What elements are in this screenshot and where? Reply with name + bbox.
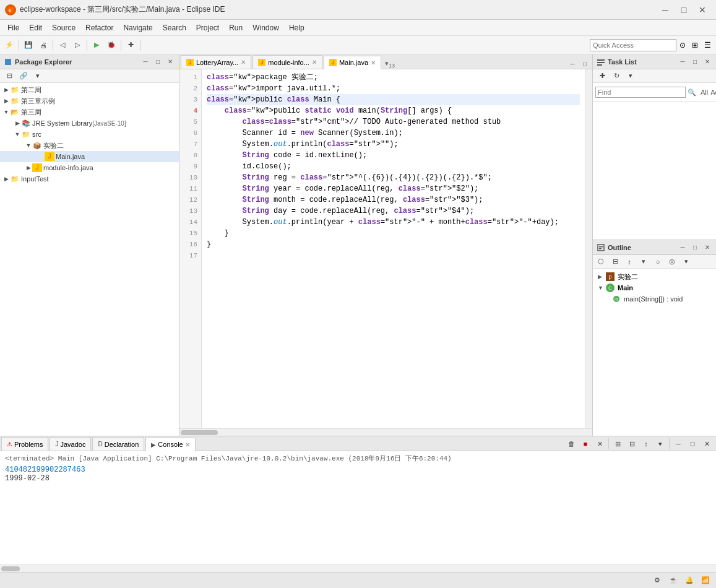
outline-item-main-method[interactable]: m main(String[]) : void — [595, 293, 714, 305]
console-remove-btn[interactable]: ✕ — [593, 437, 606, 451]
tab-overflow-btn[interactable]: ▾13 — [381, 59, 399, 69]
console-clear-btn[interactable]: 🗑 — [564, 437, 578, 451]
outline-btn4[interactable]: ▾ — [637, 255, 650, 269]
statusbar-icon2[interactable]: ☕ — [668, 575, 679, 586]
tree-item-lab2[interactable]: ▼ 📦 实验二 — [0, 140, 179, 151]
statusbar-icon1[interactable]: ⚙ — [652, 575, 663, 586]
outline-close[interactable]: ✕ — [702, 243, 712, 253]
maximize-button[interactable]: □ — [675, 3, 692, 17]
editor-tab-main[interactable]: J Main.java ✕ — [324, 56, 381, 69]
editor-scrollbar[interactable] — [585, 69, 592, 428]
menu-item-window[interactable]: Window — [248, 21, 284, 35]
task-list-maximize[interactable]: □ — [690, 57, 700, 67]
toolbar-btn-new[interactable]: ✚ — [124, 38, 137, 52]
outline-btn6[interactable]: ◎ — [665, 255, 679, 269]
tab-declaration[interactable]: D Declaration — [92, 437, 144, 451]
menu-item-help[interactable]: Help — [284, 21, 309, 35]
toolbar-btn-fwd[interactable]: ▷ — [71, 38, 84, 52]
package-explorer-close[interactable]: ✕ — [165, 57, 175, 67]
tab-problems[interactable]: ⚠ Problems — [1, 437, 48, 451]
console-btn9[interactable]: □ — [686, 437, 699, 451]
task-refresh-btn[interactable]: ↻ — [610, 69, 623, 83]
window-controls[interactable]: ─ □ ✕ — [657, 3, 711, 17]
tree-item-module-info[interactable]: ▶ J module-info.java — [0, 162, 179, 173]
outline-maximize[interactable]: □ — [690, 243, 700, 253]
quick-access-input[interactable] — [590, 39, 676, 51]
quick-access-icon[interactable]: ⊙ — [676, 39, 689, 51]
link-editor-btn[interactable]: 🔗 — [17, 69, 30, 83]
tree-item-week2[interactable]: ▶ 📁 第二周 — [0, 84, 179, 95]
menu-item-refactor[interactable]: Refactor — [80, 21, 118, 35]
console-btn10[interactable]: ✕ — [700, 437, 714, 451]
tab-close-main[interactable]: ✕ — [371, 59, 376, 66]
tab-javadoc[interactable]: J Javadoc — [50, 437, 91, 451]
statusbar-icon4[interactable]: 📶 — [700, 575, 711, 586]
task-find-input[interactable] — [595, 87, 686, 98]
tab-console[interactable]: ▶ Console ✕ — [145, 438, 195, 451]
editor-minimize-btn[interactable]: ─ — [567, 59, 577, 69]
perspective-icon[interactable]: ⊞ — [689, 39, 701, 51]
minimize-button[interactable]: ─ — [657, 3, 674, 17]
task-list-minimize[interactable]: ─ — [678, 57, 688, 67]
tab-close-moduleinfo[interactable]: ✕ — [312, 59, 317, 66]
console-btn4[interactable]: ⊞ — [611, 437, 624, 451]
task-find-btn[interactable]: 🔍 — [687, 85, 697, 99]
close-button[interactable]: ✕ — [694, 3, 711, 17]
outline-btn3[interactable]: ↕ — [623, 255, 636, 269]
console-hscroll[interactable] — [0, 564, 716, 572]
collapse-all-btn[interactable]: ⊟ — [2, 69, 16, 83]
console-btn5[interactable]: ⊟ — [625, 437, 639, 451]
outline-item-package[interactable]: ▶ p 实验二 — [595, 271, 714, 282]
menu-item-edit[interactable]: Edit — [24, 21, 47, 35]
pe-menu-btn[interactable]: ▾ — [31, 69, 45, 83]
toolbar-btn-print[interactable]: 🖨 — [37, 38, 50, 52]
view-icon[interactable]: ☰ — [701, 39, 714, 51]
toolbar-btn-debug[interactable]: 🐞 — [105, 38, 118, 52]
editor-tab-moduleinfo[interactable]: J module-info... ✕ — [252, 55, 322, 69]
menu-item-navigate[interactable]: Navigate — [118, 21, 157, 35]
console-hscroll-thumb[interactable] — [1, 566, 20, 571]
editor-hscroll-thumb[interactable] — [181, 430, 218, 435]
package-explorer-minimize[interactable]: ─ — [140, 57, 150, 67]
package-explorer-maximize[interactable]: □ — [153, 57, 163, 67]
tree-item-main-java[interactable]: J Main.java — [0, 151, 179, 162]
task-filter-activ[interactable]: Activ... — [710, 89, 716, 96]
tree-item-inputtest[interactable]: ▶ 📁 InputTest — [0, 173, 179, 184]
tree-item-src[interactable]: ▼ 📁 src — [0, 129, 179, 140]
toolbar-btn-save[interactable]: 💾 — [22, 38, 35, 52]
tab-close-lottery[interactable]: ✕ — [241, 59, 246, 66]
console-btn8[interactable]: ─ — [671, 437, 685, 451]
package-explorer-tree: ▶ 📁 第二周 ▶ 📁 第三章示例 ▼ 📂 第三周 — [0, 83, 179, 436]
console-btn6[interactable]: ↕ — [639, 437, 653, 451]
menu-item-source[interactable]: Source — [47, 21, 80, 35]
statusbar-icon3[interactable]: 🔔 — [684, 575, 695, 586]
console-stop-btn[interactable]: ■ — [579, 437, 592, 451]
task-list-close[interactable]: ✕ — [702, 57, 712, 67]
outline-btn7[interactable]: ▾ — [679, 255, 693, 269]
task-new-btn[interactable]: ✚ — [595, 69, 609, 83]
tree-item-week3[interactable]: ▼ 📂 第三周 — [0, 106, 179, 118]
outline-btn5[interactable]: ○ — [651, 255, 665, 269]
tab-console-close[interactable]: ✕ — [185, 441, 190, 448]
outline-btn2[interactable]: ⊟ — [608, 255, 622, 269]
toolbar-btn-1[interactable]: ⚡ — [2, 38, 16, 52]
outline-btn1[interactable]: ⬡ — [594, 255, 608, 269]
tree-item-ch3[interactable]: ▶ 📁 第三章示例 — [0, 95, 179, 106]
editor-tab-lottery[interactable]: J LotteryArray... ✕ — [181, 55, 251, 69]
menu-item-file[interactable]: File — [2, 21, 24, 35]
menu-item-search[interactable]: Search — [158, 21, 191, 35]
task-filter-all[interactable]: All — [701, 89, 708, 96]
editor-maximize-btn[interactable]: □ — [580, 59, 590, 69]
toolbar-btn-run[interactable]: ▶ — [90, 38, 103, 52]
menu-item-run[interactable]: Run — [224, 21, 248, 35]
editor-hscroll[interactable] — [179, 428, 592, 436]
code-content[interactable]: class="kw">package 实验二;class="kw">import… — [202, 69, 585, 428]
console-output-area[interactable]: <terminated> Main [Java Application] C:\… — [0, 451, 716, 564]
task-filter-btn[interactable]: ▾ — [624, 69, 637, 83]
outline-minimize[interactable]: ─ — [678, 243, 688, 253]
toolbar-btn-back[interactable]: ◁ — [56, 38, 69, 52]
outline-item-main-class[interactable]: ▼ C Main — [595, 282, 714, 293]
menu-item-project[interactable]: Project — [191, 21, 224, 35]
console-btn7[interactable]: ▾ — [653, 437, 667, 451]
tree-item-jre[interactable]: ▶ 📚 JRE System Library [JavaSE-10] — [0, 118, 179, 129]
